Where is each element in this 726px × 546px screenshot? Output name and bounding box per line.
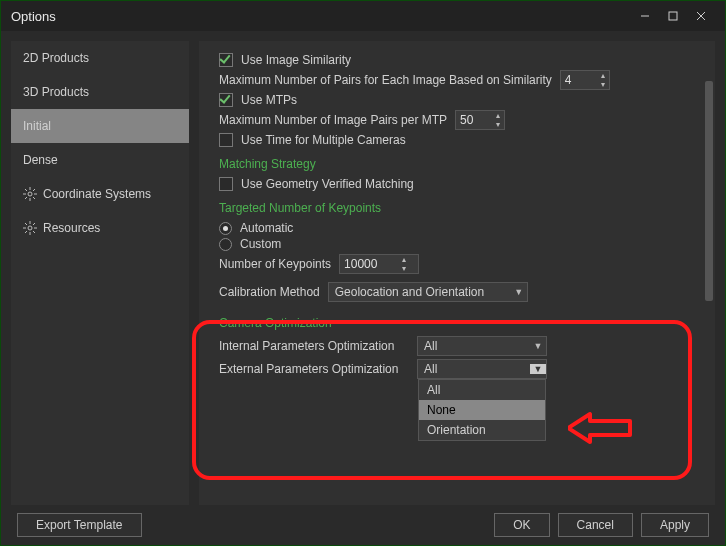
- titlebar: Options: [1, 1, 725, 31]
- sidebar-item-label: 3D Products: [23, 85, 89, 99]
- max-pairs-similarity-input[interactable]: [561, 73, 597, 87]
- sidebar-item-initial[interactable]: Initial: [11, 109, 189, 143]
- external-params-combo[interactable]: All ▼ All None Orientation: [417, 359, 547, 379]
- sidebar-item-3d-products[interactable]: 3D Products: [11, 75, 189, 109]
- chevron-down-icon: ▼: [511, 287, 527, 297]
- apply-button[interactable]: Apply: [641, 513, 709, 537]
- external-option-orientation[interactable]: Orientation: [419, 420, 545, 440]
- sidebar-item-coordinate-systems[interactable]: Coordinate Systems: [11, 177, 189, 211]
- checkbox-label: Use Image Similarity: [241, 53, 351, 67]
- sidebar-item-label: Dense: [23, 153, 58, 167]
- sidebar-item-label: Resources: [43, 221, 100, 235]
- svg-line-19: [33, 231, 35, 233]
- content-panel: Use Image Similarity Maximum Number of P…: [199, 41, 715, 505]
- svg-point-4: [28, 192, 32, 196]
- max-pairs-mtp-input[interactable]: [456, 113, 492, 127]
- svg-point-13: [28, 226, 32, 230]
- combo-value: All: [418, 362, 530, 376]
- custom-radio[interactable]: Custom: [219, 237, 683, 251]
- svg-line-12: [25, 197, 27, 199]
- svg-line-10: [33, 197, 35, 199]
- external-option-all[interactable]: All: [419, 380, 545, 400]
- checkbox-label: Use MTPs: [241, 93, 297, 107]
- close-button[interactable]: [687, 6, 715, 26]
- matching-strategy-heading: Matching Strategy: [219, 157, 683, 171]
- svg-line-9: [25, 189, 27, 191]
- radio-icon: [219, 238, 232, 251]
- combo-value: All: [418, 339, 530, 353]
- sidebar-item-label: Coordinate Systems: [43, 187, 151, 201]
- window-title: Options: [11, 9, 631, 24]
- spinner-up-icon[interactable]: ▴: [597, 71, 609, 80]
- num-keypoints-label: Number of Keypoints: [219, 257, 331, 271]
- use-mtps-checkbox[interactable]: Use MTPs: [219, 93, 683, 107]
- checkbox-label: Use Geometry Verified Matching: [241, 177, 414, 191]
- maximize-button[interactable]: [659, 6, 687, 26]
- calibration-method-label: Calibration Method: [219, 285, 320, 299]
- svg-line-11: [33, 189, 35, 191]
- button-label: Apply: [660, 518, 690, 532]
- svg-line-18: [25, 223, 27, 225]
- spinner-down-icon[interactable]: ▾: [597, 80, 609, 89]
- calibration-method-combo[interactable]: Geolocation and Orientation ▼: [328, 282, 528, 302]
- svg-rect-1: [669, 12, 677, 20]
- button-label: Cancel: [577, 518, 614, 532]
- combo-value: Geolocation and Orientation: [329, 285, 511, 299]
- external-option-none[interactable]: None: [419, 400, 545, 420]
- spinner-down-icon[interactable]: ▾: [398, 264, 410, 273]
- button-label: Export Template: [36, 518, 123, 532]
- targeted-keypoints-heading: Targeted Number of Keypoints: [219, 201, 683, 215]
- checkbox-icon: [219, 177, 233, 191]
- spinner-down-icon[interactable]: ▾: [492, 120, 504, 129]
- spinner-up-icon[interactable]: ▴: [492, 111, 504, 120]
- checkbox-label: Use Time for Multiple Cameras: [241, 133, 406, 147]
- radio-label: Automatic: [240, 221, 293, 235]
- checkbox-icon: [219, 133, 233, 147]
- sidebar-item-2d-products[interactable]: 2D Products: [11, 41, 189, 75]
- use-image-similarity-checkbox[interactable]: Use Image Similarity: [219, 53, 683, 67]
- button-label: OK: [513, 518, 530, 532]
- automatic-radio[interactable]: Automatic: [219, 221, 683, 235]
- svg-line-21: [25, 231, 27, 233]
- cancel-button[interactable]: Cancel: [558, 513, 633, 537]
- sidebar-item-resources[interactable]: Resources: [11, 211, 189, 245]
- sidebar-item-label: 2D Products: [23, 51, 89, 65]
- sidebar-item-dense[interactable]: Dense: [11, 143, 189, 177]
- options-dialog: Options 2D Products 3D Products Initial: [0, 0, 726, 546]
- export-template-button[interactable]: Export Template: [17, 513, 142, 537]
- gear-icon: [23, 187, 37, 201]
- radio-icon: [219, 222, 232, 235]
- sidebar-item-label: Initial: [23, 119, 51, 133]
- external-params-dropdown: All None Orientation: [418, 379, 546, 441]
- radio-label: Custom: [240, 237, 281, 251]
- dialog-footer: Export Template OK Cancel Apply: [11, 505, 715, 545]
- chevron-down-icon: ▼: [530, 341, 546, 351]
- use-time-cameras-checkbox[interactable]: Use Time for Multiple Cameras: [219, 133, 683, 147]
- max-pairs-mtp-label: Maximum Number of Image Pairs per MTP: [219, 113, 447, 127]
- sidebar: 2D Products 3D Products Initial Dense Co…: [11, 41, 189, 505]
- num-keypoints-input[interactable]: [340, 257, 398, 271]
- internal-params-combo[interactable]: All ▼: [417, 336, 547, 356]
- internal-params-label: Internal Parameters Optimization: [219, 339, 409, 353]
- minimize-button[interactable]: [631, 6, 659, 26]
- chevron-down-icon: ▼: [530, 364, 546, 374]
- max-pairs-similarity-label: Maximum Number of Pairs for Each Image B…: [219, 73, 552, 87]
- vertical-scrollbar[interactable]: [703, 41, 715, 505]
- use-geometry-verified-checkbox[interactable]: Use Geometry Verified Matching: [219, 177, 683, 191]
- scroll-thumb[interactable]: [705, 81, 713, 301]
- max-pairs-mtp-spinner[interactable]: ▴▾: [455, 110, 505, 130]
- num-keypoints-spinner[interactable]: ▴▾: [339, 254, 419, 274]
- gear-icon: [23, 221, 37, 235]
- svg-line-20: [33, 223, 35, 225]
- external-params-label: External Parameters Optimization: [219, 362, 409, 376]
- checkbox-icon: [219, 93, 233, 107]
- camera-optimization-heading: Camera Optimization: [219, 316, 683, 330]
- ok-button[interactable]: OK: [494, 513, 549, 537]
- max-pairs-similarity-spinner[interactable]: ▴▾: [560, 70, 610, 90]
- spinner-up-icon[interactable]: ▴: [398, 255, 410, 264]
- checkbox-icon: [219, 53, 233, 67]
